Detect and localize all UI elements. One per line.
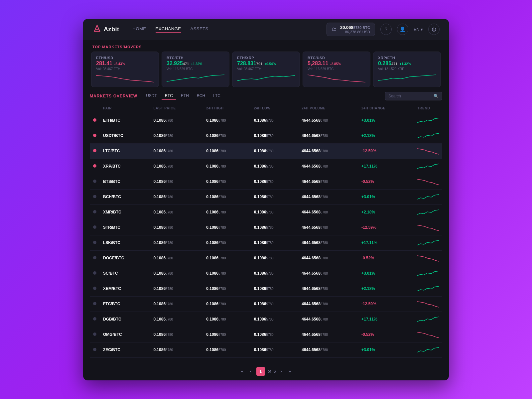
row-vol-2: 4644.65686780 [298, 143, 358, 159]
row-change-7: -12.59% [358, 220, 414, 235]
filter-bch[interactable]: BCH [194, 92, 208, 100]
row-trend-2 [414, 143, 442, 159]
row-trend-7 [414, 220, 442, 235]
table-row[interactable]: XEM/BTC 0.10865780 0.10865780 0.10865780… [90, 281, 442, 296]
row-low-5: 0.10865780 [251, 189, 298, 204]
logo[interactable]: Azbit [92, 25, 119, 34]
table-row[interactable]: XRP/BTC 0.10865780 0.10865780 0.10865780… [90, 159, 442, 174]
row-pair-8: LSK/BTC [100, 235, 150, 250]
row-vol-9: 4644.65686780 [298, 250, 358, 266]
mc-price-row-1: 32.925471 +1.32% [167, 61, 224, 66]
mc-price-row-4: 0.285471 +1.32% [378, 61, 436, 66]
markets-table: PAIR LAST PRICE 24H HIGH 24H LOW 24H VOL… [90, 104, 442, 358]
mc-chart-1 [167, 72, 224, 83]
row-low-6: 0.10865780 [251, 204, 298, 220]
row-trend-8 [414, 235, 442, 250]
nav-assets[interactable]: ASSETS [190, 26, 208, 33]
row-pair-4: BTS/BTC [100, 174, 150, 189]
filter-eth[interactable]: ETH [178, 92, 192, 100]
market-card-2[interactable]: ETH/XRP 728.831791 +0.54% Vol: 98.467 ET… [232, 52, 300, 87]
table-row[interactable]: DOGE/BTC 0.10865780 0.10865780 0.1086578… [90, 250, 442, 266]
row-low-8: 0.10865780 [251, 235, 298, 250]
top-markets-label: TOP MARKETS/MOVERS [83, 40, 449, 52]
mc-vol-1: Vol: 116.529 BTC [167, 67, 224, 71]
col-dot [90, 104, 100, 113]
table-row[interactable]: OMG/BTC 0.10865780 0.10865780 0.10865780… [90, 327, 442, 342]
mc-price-4: 0.285471 [378, 61, 397, 66]
search-input[interactable] [388, 94, 432, 98]
row-last-3: 0.10865780 [150, 159, 203, 174]
row-change-1: +2.18% [358, 128, 414, 143]
row-dot-14 [90, 327, 100, 342]
user-button[interactable]: 👤 [397, 24, 408, 35]
filter-tabs: USDT BTC ETH BCH LTC [143, 92, 224, 100]
col-last-price[interactable]: LAST PRICE [150, 104, 203, 113]
help-button[interactable]: ? [380, 24, 392, 35]
table-row[interactable]: LTC/BTC 0.10865780 0.10865780 0.10865780… [90, 143, 442, 159]
table-row[interactable]: STR/BTC 0.10865780 0.10865780 0.10865780… [90, 220, 442, 235]
nav-home[interactable]: HOME [133, 26, 146, 33]
row-low-7: 0.10865780 [251, 220, 298, 235]
row-trend-1 [414, 128, 442, 143]
table-row[interactable]: BTS/BTC 0.10865780 0.10865780 0.10865780… [90, 174, 442, 189]
power-button[interactable]: ⏻ [428, 24, 440, 35]
row-dot-5 [90, 189, 100, 204]
row-low-2: 0.10865780 [251, 143, 298, 159]
table-row[interactable]: ETH/BTC 0.10865780 0.10865780 0.10865780… [90, 113, 442, 128]
row-low-0: 0.10865780 [251, 113, 298, 128]
filter-ltc[interactable]: LTC [210, 92, 224, 100]
table-row[interactable]: DGB/BTC 0.10865780 0.10865780 0.10865780… [90, 312, 442, 327]
mc-price-2: 728.831791 [237, 61, 262, 66]
page-last-btn[interactable]: » [287, 367, 293, 375]
col-24h-volume[interactable]: 24H VOLUME [298, 104, 358, 113]
col-24h-high[interactable]: 24H HIGH [203, 104, 250, 113]
market-card-1[interactable]: BTC/ETH 32.925471 +1.32% Vol: 116.529 BT… [162, 52, 229, 87]
table-row[interactable]: XMR/BTC 0.10865780 0.10865780 0.10865780… [90, 204, 442, 220]
table-row[interactable]: LSK/BTC 0.10865780 0.10865780 0.10865780… [90, 235, 442, 250]
filter-usdt[interactable]: USDT [143, 92, 160, 100]
row-low-15: 0.10865780 [251, 342, 298, 357]
col-24h-low[interactable]: 24H LOW [251, 104, 298, 113]
row-dot-4 [90, 174, 100, 189]
row-vol-14: 4644.65686780 [298, 327, 358, 342]
market-card-0[interactable]: ETH/USD 281.41 -5.43% Vol: 98.467 ETH [91, 52, 159, 87]
table-row[interactable]: BCH/BTC 0.10865780 0.10865780 0.10865780… [90, 189, 442, 204]
page-first-btn[interactable]: « [239, 367, 245, 375]
row-high-7: 0.10865780 [203, 220, 250, 235]
row-dot-6 [90, 204, 100, 220]
row-low-1: 0.10865780 [251, 128, 298, 143]
row-dot-3 [90, 159, 100, 174]
page-next-btn[interactable]: › [278, 367, 284, 375]
table-row[interactable]: USDT/BTC 0.10865780 0.10865780 0.1086578… [90, 128, 442, 143]
table-row[interactable]: SC/BTC 0.10865780 0.10865780 0.10865780 … [90, 266, 442, 281]
filter-btc[interactable]: BTC [162, 92, 176, 100]
row-trend-4 [414, 174, 442, 189]
svg-marker-0 [94, 25, 100, 31]
mc-change-0: -5.43% [114, 62, 125, 66]
row-change-5: +3.01% [358, 189, 414, 204]
row-last-5: 0.10865780 [150, 189, 203, 204]
language-button[interactable]: EN ▾ [414, 27, 423, 32]
wallet-button[interactable]: 🗂 20.0685780 BTC 86,278.86 USD [327, 23, 375, 36]
market-card-4[interactable]: XRP/ETH 0.285471 +1.32% Vol: 131.529 XRP [373, 52, 441, 87]
current-page[interactable]: 1 [256, 367, 265, 376]
header: Azbit HOME EXCHANGE ASSETS 🗂 20.0685780 … [83, 19, 449, 40]
row-trend-14 [414, 327, 442, 342]
page-prev-btn[interactable]: ‹ [248, 367, 253, 375]
row-dot-13 [90, 312, 100, 327]
col-24h-change[interactable]: 24H CHANGE [358, 104, 414, 113]
col-pair[interactable]: PAIR [100, 104, 150, 113]
table-row[interactable]: ZEC/BTC 0.10865780 0.10865780 0.10865780… [90, 342, 442, 357]
mc-price-row-0: 281.41 -5.43% [96, 61, 154, 66]
row-low-3: 0.10865780 [251, 159, 298, 174]
table-row[interactable]: FTC/BTC 0.10865780 0.10865780 0.10865780… [90, 296, 442, 312]
row-high-0: 0.10865780 [203, 113, 250, 128]
pair-dot-2 [93, 149, 96, 152]
row-dot-12 [90, 296, 100, 312]
header-right: 🗂 20.0685780 BTC 86,278.86 USD ? 👤 EN ▾ … [327, 23, 440, 36]
market-card-3[interactable]: BTC/USD 5,283.11 -2.85% Vol: 116.529 BTC [303, 52, 370, 87]
row-vol-4: 4644.65686780 [298, 174, 358, 189]
row-last-7: 0.10865780 [150, 220, 203, 235]
row-high-8: 0.10865780 [203, 235, 250, 250]
nav-exchange[interactable]: EXCHANGE [156, 26, 181, 33]
